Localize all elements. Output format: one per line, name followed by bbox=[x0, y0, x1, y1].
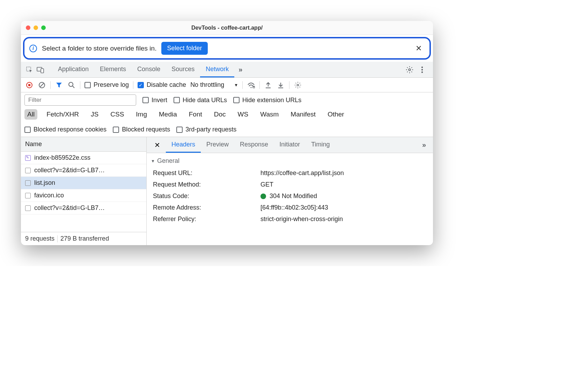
header-key: Status Code: bbox=[153, 192, 258, 200]
type-filter-ws[interactable]: WS bbox=[235, 109, 251, 120]
window-title: DevTools - coffee-cart.app/ bbox=[191, 25, 263, 31]
preserve-log-checkbox[interactable]: Preserve log bbox=[84, 81, 129, 89]
filter-input[interactable] bbox=[24, 94, 136, 106]
type-filter-css[interactable]: CSS bbox=[108, 109, 127, 120]
preserve-log-label: Preserve log bbox=[94, 81, 129, 89]
type-filter-wasm[interactable]: Wasm bbox=[257, 109, 281, 120]
filter-row-1: Invert Hide data URLs Hide extension URL… bbox=[21, 92, 433, 108]
settings-icon[interactable] bbox=[405, 65, 414, 74]
zoom-window-button[interactable] bbox=[41, 25, 46, 30]
type-filter-fetchxhr[interactable]: Fetch/XHR bbox=[44, 109, 82, 120]
detail-body: ▼ General Request URL:https://coffee-car… bbox=[147, 153, 433, 245]
header-row: Remote Address:[64:ff9b::4b02:3c05]:443 bbox=[147, 202, 433, 213]
svg-rect-2 bbox=[41, 69, 44, 73]
type-filter-all[interactable]: All bbox=[24, 109, 37, 120]
svg-point-13 bbox=[251, 87, 252, 88]
svg-line-12 bbox=[73, 86, 74, 88]
tab-network[interactable]: Network bbox=[200, 62, 234, 77]
infobar-close-button[interactable]: ✕ bbox=[413, 44, 425, 53]
request-row[interactable]: collect?v=2&tid=G-LB7… bbox=[21, 202, 146, 214]
svg-point-11 bbox=[69, 82, 73, 86]
requests-list: index-b859522e.csscollect?v=2&tid=G-LB7…… bbox=[21, 152, 146, 232]
info-icon: i bbox=[29, 45, 37, 52]
hide-extension-urls-checkbox[interactable]: Hide extension URLs bbox=[233, 97, 301, 104]
traffic-lights bbox=[26, 25, 46, 30]
request-name: index-b859522e.css bbox=[34, 154, 90, 161]
third-party-checkbox[interactable]: 3rd-party requests bbox=[176, 126, 236, 133]
record-button[interactable] bbox=[25, 81, 34, 89]
filter-toggle-icon[interactable] bbox=[55, 81, 63, 89]
disable-cache-checkbox[interactable]: ✓ Disable cache bbox=[138, 81, 186, 89]
header-key: Request URL: bbox=[153, 169, 258, 177]
header-row: Status Code:304 Not Modified bbox=[147, 190, 433, 202]
type-filter-js[interactable]: JS bbox=[88, 109, 101, 120]
header-value: GET bbox=[260, 181, 273, 188]
inspect-element-icon[interactable] bbox=[24, 65, 34, 75]
svg-point-6 bbox=[421, 71, 423, 73]
detail-pane: ✕ HeadersPreviewResponseInitiatorTiming … bbox=[147, 137, 433, 245]
search-icon[interactable] bbox=[67, 81, 76, 89]
request-name: collect?v=2&tid=G-LB7… bbox=[34, 204, 105, 212]
request-row[interactable]: index-b859522e.css bbox=[21, 152, 146, 164]
upload-har-icon[interactable] bbox=[264, 81, 272, 89]
type-filter-img[interactable]: Img bbox=[133, 109, 150, 120]
network-toolbar: Preserve log ✓ Disable cache No throttli… bbox=[21, 78, 433, 92]
request-row[interactable]: list.json bbox=[21, 177, 146, 189]
general-section-header[interactable]: ▼ General bbox=[147, 154, 433, 167]
type-filter-media[interactable]: Media bbox=[156, 109, 180, 120]
kebab-menu-icon[interactable] bbox=[418, 65, 427, 74]
document-icon bbox=[25, 168, 31, 173]
type-filter-font[interactable]: Font bbox=[186, 109, 205, 120]
svg-point-4 bbox=[421, 66, 423, 68]
request-row[interactable]: collect?v=2&tid=G-LB7… bbox=[21, 164, 146, 177]
more-detail-tabs-icon[interactable]: » bbox=[419, 138, 429, 152]
hide-data-urls-checkbox[interactable]: Hide data URLs bbox=[174, 97, 227, 104]
tab-sources[interactable]: Sources bbox=[166, 62, 200, 77]
type-filter-other[interactable]: Other bbox=[325, 109, 347, 120]
blocked-requests-checkbox[interactable]: Blocked requests bbox=[113, 126, 170, 133]
tab-application[interactable]: Application bbox=[52, 62, 94, 77]
network-conditions-icon[interactable] bbox=[247, 81, 255, 89]
header-key: Referrer Policy: bbox=[153, 216, 258, 223]
request-row[interactable]: favicon.ico bbox=[21, 189, 146, 202]
general-label: General bbox=[157, 157, 179, 165]
more-tabs-icon[interactable]: » bbox=[236, 63, 245, 76]
document-icon bbox=[25, 205, 31, 211]
close-window-button[interactable] bbox=[26, 25, 30, 30]
detail-tab-preview[interactable]: Preview bbox=[201, 137, 234, 153]
close-detail-button[interactable]: ✕ bbox=[151, 139, 164, 151]
svg-rect-8 bbox=[28, 84, 30, 86]
request-name: favicon.ico bbox=[34, 192, 64, 199]
statusbar: 9 requests 279 B transferred bbox=[21, 232, 146, 245]
disable-cache-label: Disable cache bbox=[147, 81, 186, 89]
header-value: [64:ff9b::4b02:3c05]:443 bbox=[260, 204, 328, 211]
throttling-select[interactable]: No throttling ▼ bbox=[190, 81, 238, 89]
tab-console[interactable]: Console bbox=[132, 62, 166, 77]
header-row: Referrer Policy:strict-origin-when-cross… bbox=[147, 213, 433, 225]
type-filter-manifest[interactable]: Manifest bbox=[288, 109, 318, 120]
network-settings-icon[interactable] bbox=[294, 81, 302, 89]
request-name: collect?v=2&tid=G-LB7… bbox=[34, 167, 105, 174]
download-har-icon[interactable] bbox=[277, 81, 285, 89]
requests-pane: Name index-b859522e.csscollect?v=2&tid=G… bbox=[21, 137, 147, 245]
detail-tab-timing[interactable]: Timing bbox=[306, 137, 335, 153]
detail-tabs: ✕ HeadersPreviewResponseInitiatorTiming … bbox=[147, 137, 433, 153]
document-icon bbox=[25, 193, 31, 198]
requests-name-header[interactable]: Name bbox=[21, 137, 146, 152]
blocked-cookies-checkbox[interactable]: Blocked response cookies bbox=[24, 126, 106, 133]
detail-tab-initiator[interactable]: Initiator bbox=[274, 137, 306, 153]
svg-point-3 bbox=[409, 69, 411, 71]
titlebar: DevTools - coffee-cart.app/ bbox=[21, 21, 433, 35]
svg-point-17 bbox=[297, 84, 299, 86]
detail-tab-response[interactable]: Response bbox=[234, 137, 274, 153]
header-value: strict-origin-when-cross-origin bbox=[260, 216, 343, 223]
select-folder-button[interactable]: Select folder bbox=[161, 42, 207, 55]
detail-tab-headers[interactable]: Headers bbox=[166, 137, 201, 153]
invert-checkbox[interactable]: Invert bbox=[142, 97, 167, 104]
clear-button[interactable] bbox=[38, 81, 46, 89]
device-toggle-icon[interactable] bbox=[36, 65, 45, 75]
infobar-message: Select a folder to store override files … bbox=[42, 45, 156, 52]
type-filter-doc[interactable]: Doc bbox=[211, 109, 229, 120]
minimize-window-button[interactable] bbox=[34, 25, 38, 30]
tab-elements[interactable]: Elements bbox=[94, 62, 132, 77]
